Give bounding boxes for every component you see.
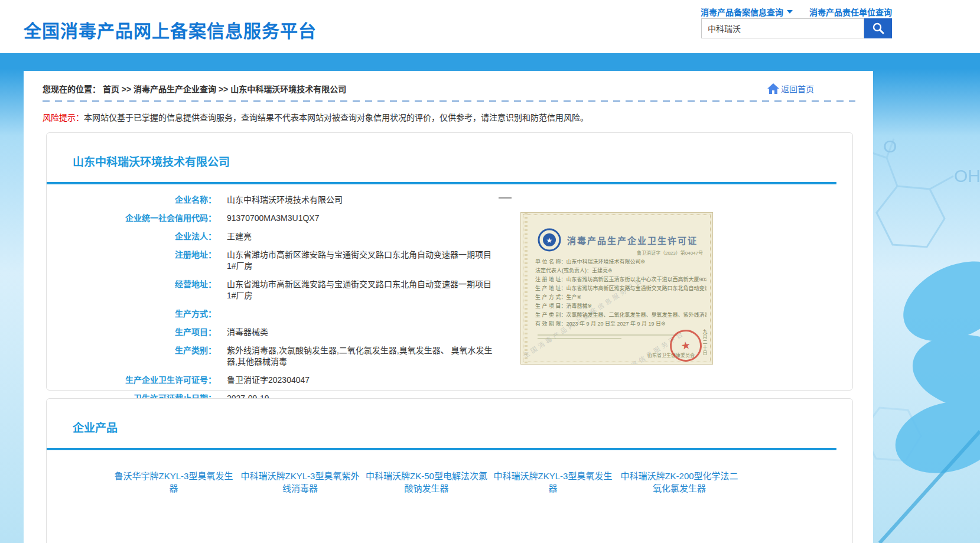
products-title: 企业产品	[47, 399, 852, 435]
certificate-number: 鲁卫消证字（2023）第04047号	[637, 249, 703, 256]
certificate-line: 注 册 地 址：山东省潍坊高新区玉清东街以北中心次干道以西高新大厦902号科研※	[535, 275, 706, 284]
back-home-label: 返回首页	[781, 83, 814, 95]
certificate-line: 生 产 地 址：山东省潍坊市高新区潍安路与宝通街交叉路口东北角自动变速器一期项目…	[535, 284, 706, 293]
product-link[interactable]: 中科瑞沃牌ZKYL-3型臭氧发生器	[490, 470, 616, 495]
breadcrumb-separator-2: >>	[219, 84, 228, 94]
field-row-registered-address: 注册地址： 山东省潍坊市高新区潍安路与宝通街交叉路口东北角自动变速器一期项目1#…	[47, 249, 852, 272]
svg-text:★: ★	[546, 236, 553, 245]
certificate-header: ★ 消毒产品生产企业卫生许可证	[538, 228, 698, 252]
field-label: 生产企业卫生许可证号：	[47, 375, 216, 386]
chevron-down-icon	[787, 10, 793, 14]
field-row-legal-person: 企业法人： 王建亮	[47, 231, 852, 242]
breadcrumb: 您现在的位置： 首页 >> 消毒产品生产企业查询 >> 山东中科瑞沃环境技术有限…	[43, 83, 346, 95]
field-label: 企业统一社会信用代码：	[47, 213, 216, 224]
field-value	[216, 308, 227, 320]
field-label: 企业法人：	[47, 231, 216, 242]
field-label: 经营地址：	[47, 279, 216, 301]
certificate-issue-date: 九月二十日	[701, 329, 708, 356]
field-label: 生产类别：	[47, 345, 216, 368]
search-bar	[701, 18, 892, 38]
field-row-production-mode: 生产方式：	[47, 308, 852, 320]
back-home-link[interactable]: 返回首页	[767, 83, 814, 95]
certificate-line: 法定代表人(或负责人)：王建亮※	[535, 266, 706, 275]
field-value: 91370700MA3M3U1QX7	[216, 213, 319, 224]
field-row-production-item: 生产项目： 消毒器械类	[47, 327, 852, 338]
hygiene-license-certificate-image: 全国消毒产品网上备案信息服务平台 全国消毒产品网上备案信息服务平台 ★ 消毒产品…	[520, 212, 713, 365]
page-header: 全国消毒产品网上备案信息服务平台 消毒产品备案信息查询 消毒产品责任单位查询	[0, 0, 980, 53]
field-value: 山东省潍坊市高新区潍安路与宝通街交叉路口东北角自动变速器一期项目1#厂房	[216, 279, 499, 301]
certificate-emblem-icon: ★	[538, 228, 561, 252]
home-icon	[767, 83, 780, 95]
certificate-edge-ornament	[525, 213, 528, 364]
field-value: 消毒器械类	[216, 327, 268, 338]
risk-warning: 风险提示：本网站仅基于已掌握的信息提供查询服务，查询结果不代表本网站对被查询对象…	[43, 111, 873, 123]
breadcrumb-prefix: 您现在的位置：	[43, 84, 100, 94]
field-value: 山东省潍坊市高新区潍安路与宝通街交叉路口东北角自动变速器一期项目1#厂房	[216, 249, 499, 272]
product-list: 鲁沃华宇牌ZKYL-3型臭氧发生器 中科瑞沃牌ZKYL-3型臭氧紫外线消毒器 中…	[47, 450, 852, 509]
svg-text:OH: OH	[954, 166, 980, 186]
field-label: 企业名称：	[47, 194, 216, 206]
company-fields: 企业名称： 山东中科瑞沃环境技术有限公司 企业统一社会信用代码： 9137070…	[47, 184, 852, 404]
company-info-card: 山东中科瑞沃环境技术有限公司 企业名称： 山东中科瑞沃环境技术有限公司 企业统一…	[46, 132, 853, 391]
breadcrumb-current: 山东中科瑞沃环境技术有限公司	[230, 84, 346, 94]
certificate-line: 生 产 方 式：生产※	[535, 293, 706, 302]
field-row-business-address: 经营地址： 山东省潍坊市高新区潍安路与宝通街交叉路口东北角自动变速器一期项目1#…	[47, 279, 852, 301]
field-value: 紫外线消毒器,次氯酸钠发生器,二氧化氯发生器,臭氧发生器、 臭氧水发生器,其他器…	[216, 345, 499, 368]
top-navigation: 消毒产品备案信息查询 消毒产品责任单位查询	[701, 6, 892, 18]
certificate-line: 单 位 名 称：山东中科瑞沃环境技术有限公司※	[535, 258, 706, 266]
site-title: 全国消毒产品网上备案信息服务平台	[24, 17, 317, 43]
risk-warning-text: 本网站仅基于已掌握的信息提供查询服务，查询结果不代表本网站对被查询对象信用状况的…	[84, 113, 588, 122]
certificate-footnote-lines	[538, 334, 677, 342]
field-row-company-name: 企业名称： 山东中科瑞沃环境技术有限公司	[47, 194, 852, 206]
field-row-production-category: 生产类别： 紫外线消毒器,次氯酸钠发生器,二氧化氯发生器,臭氧发生器、 臭氧水发…	[47, 345, 852, 368]
field-row-license-number: 生产企业卫生许可证号： 鲁卫消证字202304047	[47, 375, 852, 386]
nav-responsible-unit-query-label: 消毒产品责任单位查询	[809, 6, 892, 18]
field-value: 鲁卫消证字202304047	[216, 375, 310, 386]
certificate-title: 消毒产品生产企业卫生许可证	[567, 234, 698, 246]
breadcrumb-home-link[interactable]: 首页	[103, 84, 119, 94]
search-button[interactable]	[864, 18, 892, 38]
field-value: 山东中科瑞沃环境技术有限公司	[216, 194, 343, 206]
svg-text:O: O	[883, 136, 897, 156]
field-label: 注册地址：	[47, 249, 216, 272]
certificate-dash-decoration	[499, 197, 512, 199]
search-icon	[872, 22, 885, 35]
breadcrumb-row: 您现在的位置： 首页 >> 消毒产品生产企业查询 >> 山东中科瑞沃环境技术有限…	[24, 71, 873, 95]
field-value: 王建亮	[216, 231, 252, 242]
dashed-divider	[43, 100, 855, 102]
company-products-card: 企业产品 鲁沃华宇牌ZKYL-3型臭氧发生器 中科瑞沃牌ZKYL-3型臭氧紫外线…	[46, 398, 853, 543]
search-input[interactable]	[701, 18, 864, 38]
certificate-body: 单 位 名 称：山东中科瑞沃环境技术有限公司※ 法定代表人(或负责人)：王建亮※…	[535, 258, 706, 329]
product-link[interactable]: 鲁沃华宇牌ZKYL-3型臭氧发生器	[110, 470, 237, 495]
breadcrumb-section-link[interactable]: 消毒产品生产企业查询	[134, 84, 216, 94]
certificate-line: 生 产 项 目：消毒器械※	[535, 302, 706, 311]
breadcrumb-separator: >>	[122, 84, 131, 94]
risk-warning-label: 风险提示：	[43, 113, 84, 122]
company-title: 山东中科瑞沃环境技术有限公司	[47, 133, 852, 169]
certificate-line: 生 产 类 别：次氯酸钠发生器、二氧化氯发生器、臭氧发生器、紫外线消毒器※	[535, 311, 706, 320]
product-link[interactable]: 中科瑞沃牌ZK-50型电解法次氯酸钠发生器	[363, 470, 490, 495]
nav-record-info-query-label: 消毒产品备案信息查询	[701, 6, 783, 18]
product-link[interactable]: 中科瑞沃牌ZKYL-3型臭氧紫外线消毒器	[237, 470, 363, 495]
certificate-line: 有 效 期 限：2023 年 9 月 20 日至 2027 年 9 月 19 日…	[535, 320, 706, 329]
main-panel: 您现在的位置： 首页 >> 消毒产品生产企业查询 >> 山东中科瑞沃环境技术有限…	[24, 71, 873, 543]
nav-record-info-query[interactable]: 消毒产品备案信息查询	[701, 6, 793, 18]
field-label: 生产方式：	[47, 308, 216, 320]
nav-responsible-unit-query[interactable]: 消毒产品责任单位查询	[809, 6, 892, 18]
field-row-credit-code: 企业统一社会信用代码： 91370700MA3M3U1QX7	[47, 213, 852, 224]
field-label: 生产项目：	[47, 327, 216, 338]
product-link[interactable]: 中科瑞沃牌ZK-200型化学法二氧化氯发生器	[616, 470, 743, 495]
